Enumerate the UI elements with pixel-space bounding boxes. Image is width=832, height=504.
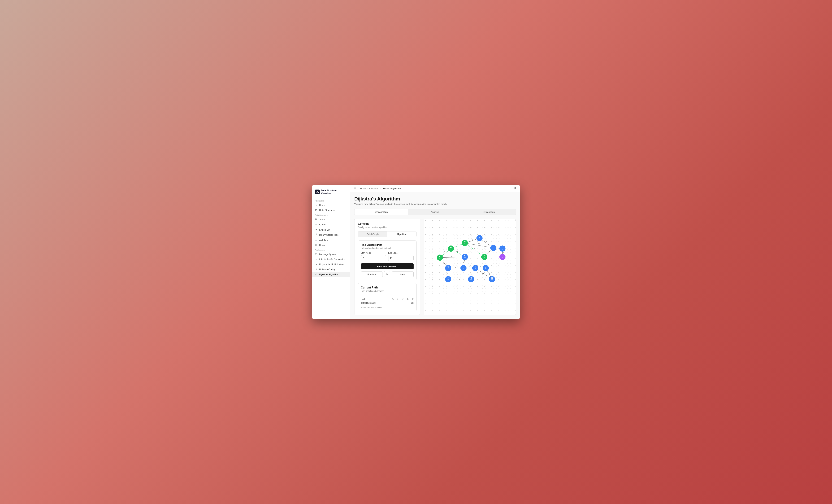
sidebar-item-linked-list[interactable]: ≡ Linked List	[312, 227, 350, 232]
end-node-input[interactable]	[388, 255, 414, 261]
tab-explanation[interactable]: Explanation	[462, 209, 516, 215]
sub-tab-build-graph[interactable]: Build Graph	[358, 232, 387, 237]
path-note: Found path with 4 edges	[361, 306, 414, 309]
current-path-panel: Current Path Path details and distance P…	[358, 283, 417, 311]
start-node-input[interactable]	[361, 255, 386, 261]
distance-label: Total Distance:	[361, 302, 375, 304]
svg-text:24: 24	[484, 257, 485, 258]
sidebar-item-infix[interactable]: ≡ Infix to Postfix Conversion	[312, 257, 350, 262]
svg-text:9: 9	[459, 279, 460, 281]
controls-title: Controls	[358, 222, 417, 226]
svg-point-13	[315, 235, 316, 235]
breadcrumb-sep2: ›	[380, 187, 381, 190]
breadcrumb: Home › Visualizer › Dijkstra's Algorithm	[360, 187, 401, 190]
breadcrumb-home[interactable]: Home	[360, 187, 366, 190]
svg-text:4: 4	[489, 251, 490, 253]
tab-analysis[interactable]: Analysis	[408, 209, 462, 215]
nav-section-label: Navigation	[312, 198, 350, 203]
svg-text:4: 4	[451, 256, 452, 257]
app-window: Data Structure Visualizer Navigation ⌂ H…	[312, 185, 520, 319]
sidebar-item-dijkstra[interactable]: ⇄ Dijkstra's Algorithm	[312, 272, 350, 277]
svg-text:9: 9	[448, 268, 449, 270]
avl-icon: △	[315, 239, 317, 241]
sidebar-item-huffman[interactable]: # Huffman Coding	[312, 267, 350, 272]
graph-panel: 3 5 4 3 16 4 7 14 13 7 9 12 3 4	[424, 219, 516, 315]
play-button[interactable]	[384, 271, 390, 277]
sidebar-item-message-queue[interactable]: ☐ Message Queue	[312, 252, 350, 257]
page-description: Visualize how Dijkstra's algorithm finds…	[354, 203, 516, 205]
svg-text:5: 5	[486, 241, 487, 242]
svg-point-14	[317, 235, 317, 235]
huffman-icon: #	[315, 268, 317, 271]
svg-text:B: B	[450, 246, 452, 248]
sidebar-item-home[interactable]: ⌂ Home	[312, 203, 350, 208]
svg-rect-18	[354, 188, 356, 188]
svg-text:M: M	[479, 236, 480, 238]
svg-point-12	[316, 234, 316, 234]
svg-text:28: 28	[502, 257, 503, 258]
svg-text:D: D	[464, 241, 466, 243]
path-row: Path: A → B → D → K → P	[361, 297, 414, 301]
main-area: Home › Visualizer › Dijkstra's Algorithm…	[350, 185, 520, 319]
breadcrumb-current: Dijkstra's Algorithm	[382, 187, 401, 190]
svg-text:13: 13	[463, 268, 464, 270]
next-button[interactable]: Next	[392, 271, 414, 277]
sidebar: Data Structure Visualizer Navigation ⌂ H…	[312, 185, 350, 319]
svg-text:3: 3	[469, 266, 470, 268]
stack-icon	[315, 218, 317, 221]
app-name: Data Structure Visualizer	[321, 189, 337, 195]
message-icon: ☐	[315, 253, 317, 256]
path-label: Path:	[361, 298, 366, 300]
svg-rect-30	[424, 227, 516, 294]
svg-point-2	[318, 192, 319, 193]
home-icon: ⌂	[315, 204, 317, 206]
svg-text:I: I	[475, 266, 476, 268]
bst-icon	[315, 234, 317, 236]
svg-text:O: O	[502, 246, 503, 248]
sidebar-toggle-button[interactable]	[354, 187, 356, 190]
svg-rect-7	[315, 219, 317, 219]
find-path-button[interactable]: Find Shortest Path	[361, 263, 414, 269]
svg-line-15	[316, 234, 316, 235]
sidebar-item-bst[interactable]: Binary Search Tree	[312, 232, 350, 238]
start-node-group: Start Node	[361, 252, 386, 261]
list-icon: ≡	[315, 229, 317, 231]
sidebar-item-queue[interactable]: Queue	[312, 222, 350, 227]
theme-toggle-button[interactable]	[514, 187, 517, 190]
prev-button[interactable]: Previous	[361, 271, 383, 277]
tab-visualization[interactable]: Visualization	[355, 209, 408, 215]
svg-text:4: 4	[498, 246, 499, 247]
svg-text:P: P	[502, 255, 503, 257]
sidebar-item-polynomial[interactable]: ✕ Polynomial Multiplication	[312, 262, 350, 267]
svg-text:8: 8	[465, 243, 465, 244]
svg-text:4: 4	[480, 266, 481, 268]
sub-tab-algorithm[interactable]: Algorithm	[387, 232, 416, 237]
svg-rect-17	[354, 187, 356, 187]
svg-line-4	[317, 192, 318, 192]
distance-row: Total Distance: 28	[361, 301, 414, 305]
sidebar-item-heap[interactable]: ▤ Heap	[312, 243, 350, 247]
svg-rect-19	[354, 189, 356, 189]
nav-buttons: Previous Next	[361, 271, 414, 277]
sidebar-item-stack[interactable]: Stack	[312, 217, 350, 222]
breadcrumb-visualizer[interactable]: Visualizer	[369, 187, 379, 190]
svg-text:7: 7	[447, 273, 448, 274]
dijkstra-icon: ⇄	[315, 273, 317, 276]
topbar: Home › Visualizer › Dijkstra's Algorithm	[350, 185, 520, 192]
app-logo: Data Structure Visualizer	[312, 188, 350, 198]
svg-point-20	[515, 187, 516, 189]
ds-section-label: Data Structures	[312, 213, 350, 217]
sidebar-item-data-structures[interactable]: Data Structures	[312, 208, 350, 213]
sidebar-item-avl[interactable]: △ AVL Tree	[312, 238, 350, 243]
svg-rect-9	[315, 224, 317, 225]
svg-rect-8	[315, 220, 317, 220]
svg-text:3: 3	[457, 243, 458, 245]
database-icon	[315, 209, 317, 212]
graph-svg: 3 5 4 3 16 4 7 14 13 7 9 12 3 4	[424, 219, 516, 302]
find-path-desc: Set start/end nodes and find path	[361, 247, 414, 249]
svg-text:A: A	[439, 256, 440, 258]
node-inputs: Start Node End Node	[361, 252, 414, 261]
svg-text:E: E	[464, 255, 466, 257]
current-path-desc: Path details and distance	[361, 290, 414, 292]
find-path-title: Find Shortest Path	[361, 243, 414, 246]
